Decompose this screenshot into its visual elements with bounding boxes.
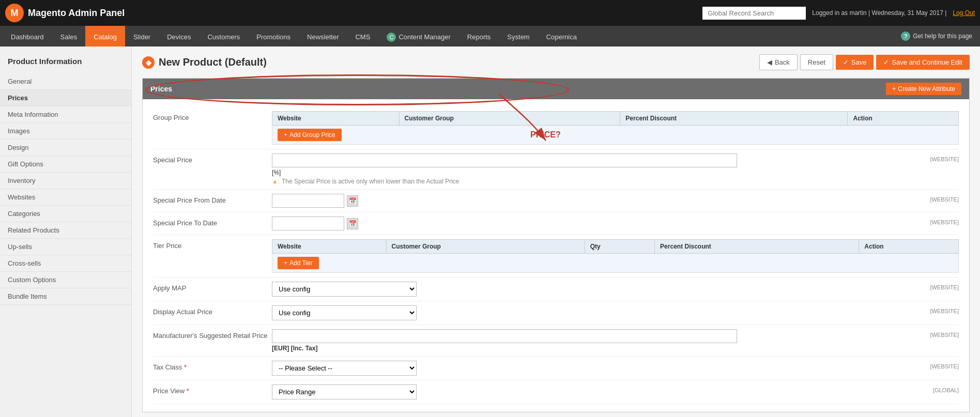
calendar-from-icon[interactable]: 📅 bbox=[347, 195, 358, 207]
nav-dashboard[interactable]: Dashboard bbox=[3, 26, 52, 47]
tier-price-add-cell: + Add Tier bbox=[272, 254, 959, 273]
special-price-to-control: 📅 bbox=[272, 217, 912, 230]
tier-price-col-action: Action bbox=[859, 240, 959, 254]
tax-class-select[interactable]: -- Please Select -- None Taxable Goods S… bbox=[272, 361, 417, 376]
special-price-from-date-wrap: 📅 bbox=[272, 194, 912, 208]
prices-section-header: Prices + Create New Attribute bbox=[143, 79, 969, 99]
content-manager-icon: C bbox=[387, 33, 396, 42]
save-button[interactable]: ✓ Save bbox=[836, 55, 874, 70]
calendar-to-icon[interactable]: 📅 bbox=[347, 218, 358, 229]
tier-price-col-qty: Qty bbox=[585, 240, 654, 254]
nav-catalog[interactable]: Catalog bbox=[85, 26, 125, 47]
nav-slider[interactable]: Slider bbox=[125, 26, 159, 47]
apply-map-select[interactable]: Use config Yes No bbox=[272, 282, 417, 297]
special-price-from-input[interactable] bbox=[272, 194, 344, 208]
back-icon: ◀ bbox=[767, 58, 772, 66]
sidebar-item-related[interactable]: Related Products bbox=[0, 222, 131, 239]
nav-system[interactable]: System bbox=[499, 26, 538, 47]
price-view-select[interactable]: Price Range As Low as bbox=[272, 384, 417, 399]
tier-price-table: Website Customer Group Qty Percent Disco… bbox=[272, 239, 959, 273]
special-price-from-row: Special Price From Date 📅 [WEBSITE] bbox=[153, 190, 959, 212]
sidebar-item-general[interactable]: General bbox=[0, 73, 131, 90]
sidebar-title: Product Information bbox=[0, 52, 131, 73]
special-price-control: [%] ▲ The Special Price is active only w… bbox=[272, 153, 912, 185]
group-price-control: Website Customer Group Percent Discount … bbox=[272, 111, 959, 145]
sidebar-item-crosssells[interactable]: Cross-sells bbox=[0, 255, 131, 272]
special-price-from-label: Special Price From Date bbox=[153, 194, 272, 204]
nav-promotions[interactable]: Promotions bbox=[248, 26, 299, 47]
help-link[interactable]: ? Get help for this page bbox=[896, 26, 977, 47]
display-actual-select[interactable]: Use config Yes No bbox=[272, 305, 417, 320]
tax-class-control: -- Please Select -- None Taxable Goods S… bbox=[272, 361, 912, 376]
special-price-from-control: 📅 bbox=[272, 194, 912, 208]
help-icon: ? bbox=[901, 32, 910, 41]
tax-class-scope: [WEBSITE] bbox=[917, 361, 959, 369]
special-price-input[interactable] bbox=[272, 153, 737, 167]
prices-section-body: Group Price Website Customer Group Perce… bbox=[143, 99, 969, 412]
group-price-col-percent: Percent Discount bbox=[620, 112, 848, 126]
nav-devices[interactable]: Devices bbox=[159, 26, 199, 47]
search-input[interactable] bbox=[702, 7, 806, 20]
page-title-icon: ◈ bbox=[142, 56, 155, 69]
nav-newsletter[interactable]: Newsletter bbox=[299, 26, 347, 47]
special-price-to-input[interactable] bbox=[272, 217, 344, 230]
sidebar-item-prices[interactable]: Prices bbox=[0, 90, 131, 106]
nav-sales[interactable]: Sales bbox=[52, 26, 86, 47]
display-actual-label: Display Actual Price bbox=[153, 305, 272, 316]
special-price-label: Special Price bbox=[153, 153, 272, 164]
page-body: Product Information General Prices Meta … bbox=[0, 47, 980, 417]
sidebar-item-gift[interactable]: Gift Options bbox=[0, 156, 131, 173]
page-header: ◈ New Product (Default) ◀ Back Reset ✓ S… bbox=[142, 54, 970, 70]
nav-content-manager[interactable]: C Content Manager bbox=[378, 26, 458, 47]
sidebar: Product Information General Prices Meta … bbox=[0, 47, 132, 417]
warning-icon: ▲ bbox=[272, 178, 278, 185]
nav-customers[interactable]: Customers bbox=[199, 26, 248, 47]
save-continue-button[interactable]: ✓ Save and Continue Edit bbox=[876, 55, 970, 70]
sidebar-item-upsells[interactable]: Up-sells bbox=[0, 239, 131, 255]
reset-button[interactable]: Reset bbox=[800, 54, 833, 70]
main-content: ◈ New Product (Default) ◀ Back Reset ✓ S… bbox=[132, 47, 980, 417]
special-price-note: ▲ The Special Price is active only when … bbox=[272, 178, 912, 185]
sidebar-item-bundle[interactable]: Bundle Items bbox=[0, 288, 131, 305]
tax-class-row: Tax Class * -- Please Select -- None Tax… bbox=[153, 357, 959, 380]
msrp-input[interactable] bbox=[272, 329, 737, 343]
msrp-scope: [WEBSITE] bbox=[917, 329, 959, 338]
add-group-price-button[interactable]: + Add Group Price bbox=[278, 129, 342, 141]
back-button[interactable]: ◀ Back bbox=[759, 54, 798, 70]
top-right: Logged in as martin | Wednesday, 31 May … bbox=[702, 7, 975, 20]
btn-group: ◀ Back Reset ✓ Save ✓ Save and Continue … bbox=[759, 54, 970, 70]
sidebar-item-images[interactable]: Images bbox=[0, 123, 131, 140]
special-price-to-date-wrap: 📅 bbox=[272, 217, 912, 230]
msrp-currency-note: [EUR] [Inc. Tax] bbox=[272, 345, 912, 352]
nav-copernica[interactable]: Copernica bbox=[538, 26, 585, 47]
tier-price-col-percent: Percent Discount bbox=[655, 240, 859, 254]
apply-map-control: Use config Yes No bbox=[272, 282, 912, 297]
price-view-scope: [GLOBAL] bbox=[917, 384, 959, 393]
create-attribute-button[interactable]: + Create New Attribute bbox=[886, 83, 961, 95]
logo-title: Magento Admin Panel bbox=[28, 8, 125, 19]
add-tier-button[interactable]: + Add Tier bbox=[278, 257, 319, 269]
special-price-from-scope: [WEBSITE] bbox=[917, 194, 959, 203]
special-price-unit: [%] bbox=[272, 169, 912, 176]
apply-map-row: Apply MAP Use config Yes No [WEBSITE] bbox=[153, 277, 959, 301]
tier-price-control: Website Customer Group Qty Percent Disco… bbox=[272, 239, 959, 273]
sidebar-item-custom-options[interactable]: Custom Options bbox=[0, 272, 131, 288]
sidebar-item-websites[interactable]: Websites bbox=[0, 189, 131, 206]
group-price-add-row: + Add Group Price bbox=[272, 126, 959, 145]
logo-icon: M bbox=[5, 4, 24, 22]
nav-reports[interactable]: Reports bbox=[459, 26, 499, 47]
nav-cms[interactable]: CMS bbox=[347, 26, 378, 47]
tax-class-label: Tax Class * bbox=[153, 361, 272, 371]
main-nav: Dashboard Sales Catalog Slider Devices C… bbox=[0, 26, 980, 47]
special-price-to-label: Special Price To Date bbox=[153, 217, 272, 227]
sidebar-item-meta[interactable]: Meta Information bbox=[0, 106, 131, 123]
logout-link[interactable]: Log Out bbox=[953, 9, 975, 17]
sidebar-item-design[interactable]: Design bbox=[0, 140, 131, 156]
sidebar-item-inventory[interactable]: Inventory bbox=[0, 173, 131, 189]
tax-class-required: * bbox=[184, 363, 187, 371]
page-title: ◈ New Product (Default) bbox=[142, 56, 267, 69]
tier-price-col-customer-group: Customer Group bbox=[386, 240, 585, 254]
msrp-row: Manufacturer's Suggested Retail Price [E… bbox=[153, 325, 959, 357]
sidebar-item-categories[interactable]: Categories bbox=[0, 206, 131, 222]
group-price-col-action: Action bbox=[848, 112, 959, 126]
